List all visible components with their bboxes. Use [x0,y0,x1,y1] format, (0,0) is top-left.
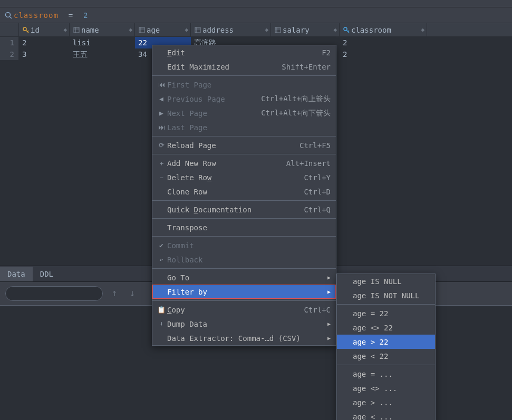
context-menu[interactable]: EditF2Edit MaximizedShift+Enter⏮First Pa… [152,45,336,346]
menu-item-label: First Page [167,81,331,89]
submenu-arrow-icon: ▶ [327,321,331,327]
menu-item[interactable]: Transpose [152,220,336,235]
menu-item-shortcut: Alt+Insert [286,159,331,168]
menu-separator [337,304,435,305]
row-number[interactable]: 1 [0,37,19,48]
column-label: salary [283,26,310,34]
menu-item[interactable]: 📋CopyCtrl+C [152,302,336,317]
foreign-key-icon [342,26,351,34]
tab-data[interactable]: Data [0,267,33,281]
next-match-button[interactable]: ↓ [126,287,139,300]
menu-separator [152,154,336,154]
cell-classroom[interactable]: 2 [340,37,427,48]
menu-item-shortcut: Ctrl+C [304,306,331,314]
search-input[interactable] [5,286,103,301]
cell-name[interactable]: 王五 [70,48,135,60]
column-header-salary[interactable]: salary ◆ [271,23,340,36]
column-header-id[interactable]: id ◆ [19,23,70,36]
filter-bar[interactable]: classroom = 2 [0,7,512,23]
menu-item-icon: ◀ [156,95,167,103]
submenu-item[interactable]: age IS NOT NULL [337,288,435,302]
menu-separator [152,236,336,237]
submenu-item[interactable]: age < 22 [337,349,435,363]
cell-name[interactable]: lisi [70,37,135,48]
menu-item: ▶Next PageCtrl+Alt+向下箭头 [152,106,336,120]
search-icon [3,11,14,19]
menu-item-label: Delete Row [167,173,297,182]
menu-item-label: Quick Documentation [167,206,297,214]
menu-separator [152,218,336,219]
menu-separator [152,75,336,76]
menu-item-label: Edit [167,48,315,57]
svg-rect-8 [139,27,144,33]
submenu-item[interactable]: age = 22 [337,306,435,320]
menu-item[interactable]: EditF2 [152,45,336,60]
menu-item[interactable]: Go To▶ [152,270,336,285]
cell-id[interactable]: 3 [19,48,70,60]
submenu-item[interactable]: age <> ... [337,381,435,395]
sort-icon[interactable]: ◆ [265,26,268,33]
submenu-item[interactable]: age < ... [337,409,435,420]
menu-item-shortcut: Ctrl+Alt+向上箭头 [261,94,331,104]
menu-item[interactable]: ＋Add New RowAlt+Insert [152,156,336,170]
menu-item[interactable]: Data Extractor: Comma-…d (CSV)▶ [152,331,336,345]
column-header-classroom[interactable]: classroom ◆ [340,23,427,36]
submenu-item[interactable]: age = ... [337,367,435,381]
submenu-item-label: age > 22 [353,338,430,346]
submenu-item-label: age IS NOT NULL [353,291,430,300]
menu-item-label: Rollback [167,256,331,264]
menu-item-label: Clone Row [167,188,297,196]
svg-rect-11 [195,27,200,33]
sort-icon[interactable]: ◆ [421,26,424,33]
sort-icon[interactable]: ◆ [129,26,132,33]
menu-item[interactable]: ⬇Dump Data▶ [152,317,336,331]
menu-item: ⏮First Page [152,77,336,92]
filter-by-submenu[interactable]: age IS NULLage IS NOT NULLage = 22age <>… [336,274,436,420]
column-label: classroom [351,26,391,34]
menu-item: ⏭Last Page [152,120,336,134]
menu-item[interactable]: ⟳Reload PageCtrl+F5 [152,138,336,152]
menu-item-label: Copy [167,306,297,314]
menu-item-shortcut: Ctrl+F5 [300,141,331,150]
menu-item: ✔Commit [152,238,336,252]
menu-item-shortcut: Shift+Enter [282,63,331,71]
column-header-address[interactable]: address ◆ [191,23,271,36]
submenu-item[interactable]: age > ... [337,395,435,409]
menu-item[interactable]: Clone RowCtrl+D [152,184,336,199]
tab-ddl[interactable]: DDL [33,267,61,281]
submenu-item[interactable]: age <> 22 [337,320,435,335]
svg-rect-5 [74,27,79,33]
column-header-age[interactable]: age ◆ [135,23,191,36]
column-label: name [81,26,99,34]
cell-id[interactable]: 2 [19,37,70,48]
menu-item-shortcut: Ctrl+Q [304,206,331,214]
cell-classroom[interactable]: 2 [340,48,427,60]
submenu-item-label: age <> ... [353,384,430,393]
menu-item-icon: 📋 [156,306,167,314]
submenu-item[interactable]: age > 22 [337,335,435,349]
column-label: age [147,26,160,34]
row-number[interactable]: 2 [0,48,19,60]
sort-icon[interactable]: ◆ [63,26,67,33]
menu-item[interactable]: －Delete RowCtrl+Y [152,170,336,184]
menu-item-shortcut: Ctrl+Alt+向下箭头 [261,109,331,118]
sort-icon[interactable]: ◆ [333,26,337,33]
sort-icon[interactable]: ◆ [185,26,188,33]
filter-expression[interactable]: classroom = 2 [14,11,88,19]
column-label: address [202,26,234,34]
menu-item-label: Next Page [167,109,255,118]
menu-item[interactable]: Filter by▶ [152,285,336,299]
menu-item-icon: ＋ [156,159,167,168]
svg-point-0 [6,12,11,17]
menu-item-icon: ⬇ [156,320,167,328]
menu-separator [337,365,435,365]
submenu-item-label: age IS NULL [353,277,430,286]
menu-item[interactable]: Quick DocumentationCtrl+Q [152,202,336,217]
menu-item: ◀Previous PageCtrl+Alt+向上箭头 [152,92,336,106]
menu-item[interactable]: Edit MaximizedShift+Enter [152,60,336,74]
menu-item-label: Add New Row [167,159,280,168]
column-header-name[interactable]: name ◆ [70,23,135,36]
prev-match-button[interactable]: ↑ [108,287,121,300]
submenu-item[interactable]: age IS NULL [337,274,435,288]
menu-item-icon: ⏭ [156,123,167,131]
